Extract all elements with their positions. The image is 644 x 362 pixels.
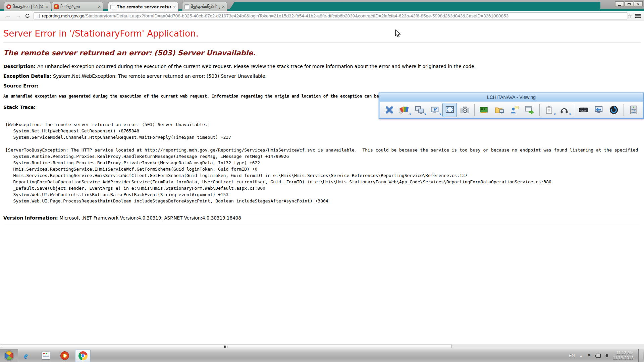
url-path: /Stationaryform/Default.aspx?formID=aa04… (85, 13, 508, 18)
media-player-icon (60, 351, 69, 360)
theme-accent (230, 2, 600, 9)
monitor-select-button[interactable]: ▼ (412, 103, 427, 117)
page-favicon (184, 4, 189, 9)
network-icon[interactable] (596, 354, 601, 358)
taskbar: e EN ▲ ⚑ 11:13 AM 11/19/2013 (0, 349, 644, 362)
show-hidden-icons-button[interactable]: ▲ (580, 354, 583, 357)
clipboard-button[interactable]: ▼ (542, 103, 556, 117)
show-desktop-button[interactable] (638, 349, 643, 362)
version-information: Version Information: Microsoft .NET Fram… (3, 213, 641, 223)
window-send-icon (525, 105, 535, 115)
browser-menu-button[interactable] (635, 14, 641, 18)
keyboard-button[interactable] (577, 103, 591, 117)
taskbar-media-player[interactable] (57, 349, 72, 362)
tab-portal[interactable]: პორტალი × (52, 2, 103, 11)
graphics-card-icon (479, 105, 489, 115)
scrollbar-thumb[interactable] (0, 345, 452, 348)
close-button[interactable]: × (634, 1, 643, 6)
clipboard-icon (544, 105, 554, 115)
taskbar-chrome[interactable] (75, 350, 91, 362)
tab-label: მთავარი | საქართველოს (13, 4, 43, 9)
bookmark-star-icon[interactable]: ☆ (628, 13, 632, 19)
viewer-titlebar[interactable]: LCHITANAVA - Viewing (379, 93, 643, 101)
disconnect-button[interactable] (382, 103, 396, 117)
dropdown-arrow-icon: ▼ (409, 113, 412, 116)
settings-button[interactable] (626, 103, 641, 117)
url-host: reporting.moh.gov.ge (42, 13, 85, 18)
scale-monitor-icon (430, 105, 440, 115)
tab-label: შეტყობინების დათვალ (191, 4, 220, 9)
language-indicator[interactable]: EN (569, 353, 575, 358)
tab-close-icon[interactable]: × (222, 5, 225, 9)
toolbar-separator (539, 104, 540, 116)
send-window-button[interactable] (523, 103, 537, 117)
forward-icon: → (15, 12, 21, 19)
refresh-icon (609, 105, 619, 115)
back-icon: ← (5, 12, 11, 19)
tab-close-icon[interactable]: × (98, 5, 101, 9)
horizontal-scrollbar[interactable] (0, 344, 644, 348)
stack-trace: [WebException: The remote server returne… (5, 121, 641, 204)
georgia-emblem-favicon (6, 4, 11, 9)
browser-toolbar: ← → reporting.moh.gov.ge/Stationaryform/… (0, 11, 644, 20)
tab-close-icon[interactable]: × (173, 5, 176, 9)
close-x-icon (384, 105, 394, 115)
fullscreen-icon (445, 105, 455, 115)
tab-home-georgia[interactable]: მთავარი | საქართველოს × (4, 2, 51, 11)
reload-button[interactable] (23, 12, 32, 19)
toolbar-separator (574, 104, 574, 116)
page-title: Server Error in '/StationaryForm' Applic… (3, 28, 641, 39)
refresh-screen-button[interactable] (607, 103, 621, 117)
forward-button[interactable]: → (14, 12, 22, 19)
action-center-flag-icon[interactable]: ⚑ (587, 353, 591, 358)
chat-button[interactable] (507, 103, 522, 117)
keyboard-icon (579, 105, 589, 115)
toolbar-separator (474, 104, 475, 116)
remote-viewer-window: LCHITANAVA - Viewing ▼ ▼ (379, 93, 644, 119)
file-transfer-button[interactable] (492, 103, 506, 117)
minimize-button[interactable] (615, 1, 624, 6)
dropdown-arrow-icon: ▼ (424, 113, 427, 116)
back-button[interactable]: ← (4, 12, 12, 19)
exception-details-line: Exception Details: System.Net.WebExcepti… (3, 73, 641, 79)
full-screen-button[interactable] (442, 103, 457, 117)
address-bar[interactable]: reporting.moh.gov.ge/Stationaryform/Defa… (34, 12, 628, 19)
dropdown-arrow-icon: ▼ (439, 113, 442, 116)
error-subtitle: The remote server returned an error: (50… (3, 49, 641, 57)
camera-icon (460, 105, 470, 115)
tab-notifications[interactable]: შეტყობინების დათვალ × (182, 2, 227, 11)
dropdown-arrow-icon: ▼ (553, 113, 556, 116)
description-line: Description: An unhandled exception occu… (3, 64, 641, 69)
source-error-label: Source Error: (3, 83, 641, 88)
divider (3, 43, 641, 43)
taskbar-internet-explorer[interactable]: e (18, 349, 34, 362)
toolbar-separator (624, 104, 624, 116)
tab-label: The remote server returne (117, 5, 171, 9)
screenshot-button[interactable] (458, 103, 472, 117)
taskbar-file-manager[interactable] (38, 349, 54, 362)
ctrl-alt-del-button[interactable] (592, 103, 606, 117)
tab-server-error[interactable]: The remote server returne × (108, 2, 178, 12)
auto-scale-button[interactable]: ▼ (427, 103, 442, 117)
tab-close-icon[interactable]: × (45, 5, 49, 9)
color-quality-button[interactable]: ▼ (397, 103, 412, 117)
folder-monitor-icon (494, 105, 504, 115)
chat-user-icon (509, 105, 520, 115)
maximize-button[interactable] (625, 1, 633, 6)
audio-button[interactable]: ▼ (557, 103, 572, 117)
display-adapter-button[interactable] (477, 103, 491, 117)
windows-start-icon (4, 350, 14, 361)
tray-date: 11/19/2013 (613, 356, 634, 361)
headphones-icon (559, 105, 569, 115)
color-palette-icon (399, 105, 410, 115)
start-button[interactable] (0, 349, 18, 362)
dual-monitor-icon (415, 105, 425, 115)
volume-icon[interactable] (605, 354, 608, 357)
viewer-toolbar: ▼ ▼ ▼ (380, 102, 643, 118)
internet-explorer-icon: e (24, 351, 28, 361)
mouse-cursor (395, 29, 401, 40)
app-window-icon (42, 352, 50, 360)
tray-clock[interactable]: 11:13 AM 11/19/2013 (613, 351, 634, 361)
settings-sliders-icon (629, 105, 639, 115)
page-favicon (110, 5, 115, 9)
